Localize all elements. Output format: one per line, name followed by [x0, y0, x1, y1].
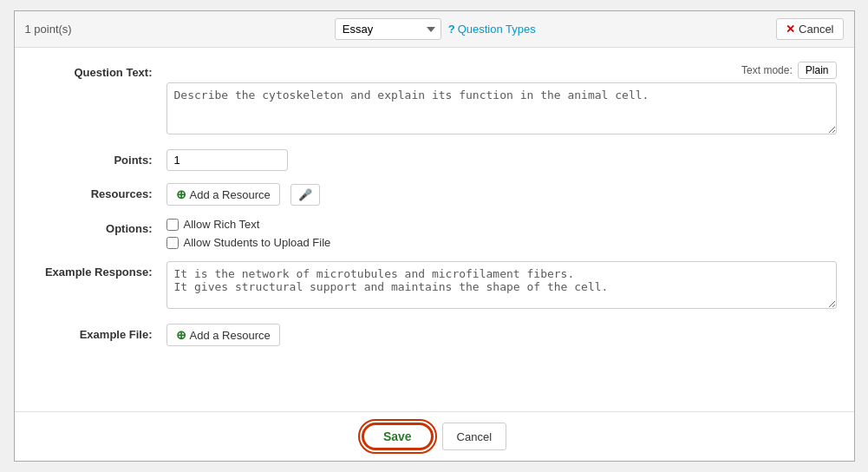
text-mode-label: Text mode: — [741, 64, 793, 76]
question-text-input[interactable] — [166, 82, 837, 134]
option-allow-upload: Allow Students to Upload File — [166, 236, 837, 249]
question-types-link[interactable]: ? Question Types — [448, 23, 536, 36]
resources-row: Resources: ⊕ Add a Resource 🎤 — [32, 183, 837, 206]
cancel-x-icon: ✕ — [786, 23, 795, 36]
points-content — [166, 149, 837, 171]
dialog-body: Question Text: Text mode: Plain Points: … — [15, 48, 854, 411]
dialog: 1 point(s) Essay Multiple Choice True/Fa… — [14, 10, 855, 462]
allow-rich-text-checkbox[interactable] — [166, 219, 179, 231]
plus-icon: ⊕ — [176, 187, 186, 201]
header-cancel-button[interactable]: ✕ Cancel — [776, 18, 843, 40]
points-label: 1 point(s) — [25, 23, 95, 36]
resources-content: ⊕ Add a Resource 🎤 — [166, 183, 837, 206]
dialog-footer: Save Cancel — [15, 411, 854, 461]
question-text-row: Question Text: Text mode: Plain — [32, 62, 837, 137]
footer-cancel-button[interactable]: Cancel — [442, 423, 506, 450]
add-resource-button[interactable]: ⊕ Add a Resource — [166, 183, 280, 206]
example-response-input[interactable] — [166, 261, 837, 309]
allow-upload-label[interactable]: Allow Students to Upload File — [184, 236, 331, 249]
options-row: Options: Allow Rich Text Allow Students … — [32, 218, 837, 249]
plus-icon-2: ⊕ — [176, 328, 186, 342]
example-response-label: Example Response: — [32, 261, 166, 279]
options-label: Options: — [32, 218, 166, 235]
resources-buttons: ⊕ Add a Resource 🎤 — [166, 183, 837, 206]
header-center: Essay Multiple Choice True/False Short A… — [105, 18, 767, 40]
points-row: Points: — [32, 149, 837, 171]
allow-rich-text-label[interactable]: Allow Rich Text — [184, 218, 260, 231]
question-text-content: Text mode: Plain — [166, 62, 837, 137]
example-file-label: Example File: — [32, 324, 166, 341]
option-allow-rich-text: Allow Rich Text — [166, 218, 837, 231]
mic-icon: 🎤 — [298, 188, 312, 201]
allow-upload-checkbox[interactable] — [166, 237, 179, 249]
save-button[interactable]: Save — [362, 423, 434, 450]
example-file-row: Example File: ⊕ Add a Resource — [32, 324, 837, 346]
example-response-content — [166, 261, 837, 311]
header-right: ✕ Cancel — [776, 18, 843, 40]
dialog-header: 1 point(s) Essay Multiple Choice True/Fa… — [15, 11, 854, 48]
points-input[interactable] — [166, 149, 288, 171]
plain-button[interactable]: Plain — [798, 62, 837, 79]
resources-label: Resources: — [32, 183, 166, 200]
example-response-row: Example Response: — [32, 261, 837, 311]
question-type-select[interactable]: Essay Multiple Choice True/False Short A… — [335, 18, 441, 40]
points-label-field: Points: — [32, 149, 166, 167]
question-text-label: Question Text: — [32, 62, 166, 79]
add-resource-button-2[interactable]: ⊕ Add a Resource — [166, 324, 280, 346]
text-mode-row: Text mode: Plain — [166, 62, 837, 79]
options-content: Allow Rich Text Allow Students to Upload… — [166, 218, 837, 249]
mic-button[interactable]: 🎤 — [290, 184, 320, 206]
question-mark-icon: ? — [448, 23, 455, 36]
example-file-content: ⊕ Add a Resource — [166, 324, 837, 346]
